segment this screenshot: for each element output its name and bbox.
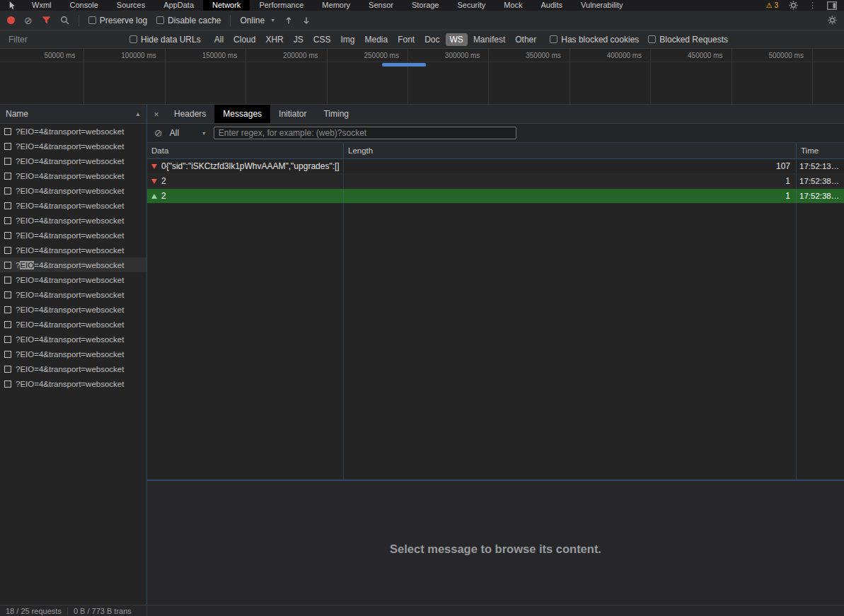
request-row[interactable]: ?EIO=4&transport=websocket bbox=[0, 228, 146, 243]
inspect-element-button[interactable] bbox=[0, 0, 23, 11]
detail-tab-messages[interactable]: Messages bbox=[214, 105, 270, 123]
detail-tab-timing[interactable]: Timing bbox=[315, 105, 357, 123]
filter-pill-font[interactable]: Font bbox=[393, 33, 419, 46]
message-time-cell: 17:52:38… bbox=[797, 174, 844, 188]
request-row[interactable]: ?EIO=4&transport=websocket bbox=[0, 257, 146, 272]
filter-pill-js[interactable]: JS bbox=[289, 33, 308, 46]
filter-pill-xhr[interactable]: XHR bbox=[261, 33, 287, 46]
filter-funnel-icon[interactable] bbox=[42, 16, 51, 24]
timeline-column: 300000 ms bbox=[408, 49, 489, 104]
filter-pill-css[interactable]: CSS bbox=[309, 33, 335, 46]
top-tab-sensor[interactable]: Sensor bbox=[359, 0, 403, 11]
dock-layout-icon[interactable] bbox=[827, 1, 837, 10]
throttling-dropdown[interactable]: Online ▼ bbox=[240, 16, 275, 25]
message-data-text: 2 bbox=[161, 191, 166, 201]
request-row[interactable]: ?EIO=4&transport=websocket bbox=[0, 183, 146, 198]
top-tab-sources[interactable]: Sources bbox=[108, 0, 154, 11]
timeline-ruler-line bbox=[0, 62, 844, 62]
top-tab-storage[interactable]: Storage bbox=[403, 0, 449, 11]
import-har-icon[interactable] bbox=[284, 16, 293, 25]
websocket-request-icon bbox=[4, 366, 11, 373]
inspect-cursor-icon bbox=[7, 1, 16, 10]
filter-pill-cloud[interactable]: Cloud bbox=[229, 33, 260, 46]
filler-cell bbox=[797, 204, 844, 480]
message-type-dropdown[interactable]: All ▼ bbox=[170, 128, 207, 138]
search-icon[interactable] bbox=[60, 16, 69, 25]
filter-pill-media[interactable]: Media bbox=[360, 33, 392, 46]
request-row[interactable]: ?EIO=4&transport=websocket bbox=[0, 361, 146, 376]
disable-cache-checkbox[interactable]: Disable cache bbox=[156, 16, 221, 25]
timeline-tick-label: 500000 ms bbox=[732, 49, 812, 59]
top-tab-console[interactable]: Console bbox=[61, 0, 108, 11]
clear-requests-icon[interactable]: ⊘ bbox=[24, 16, 33, 25]
warning-count-badge[interactable]: ⚠ 3 bbox=[765, 1, 778, 9]
request-row[interactable]: ?EIO=4&transport=websocket bbox=[0, 287, 146, 302]
top-tab-vulnerability[interactable]: Vulnerability bbox=[572, 0, 632, 11]
filter-pill-doc[interactable]: Doc bbox=[420, 33, 444, 46]
export-har-icon[interactable] bbox=[302, 16, 311, 25]
timeline-overview[interactable]: 50000 ms100000 ms150000 ms200000 ms25000… bbox=[0, 49, 844, 105]
messages-column-header-time[interactable]: Time bbox=[797, 143, 844, 158]
request-row[interactable]: ?EIO=4&transport=websocket bbox=[0, 272, 146, 287]
request-row[interactable]: ?EIO=4&transport=websocket bbox=[0, 317, 146, 332]
filter-pill-manifest[interactable]: Manifest bbox=[469, 33, 509, 46]
more-options-icon[interactable]: ⋮ bbox=[809, 1, 816, 10]
network-settings-gear-icon[interactable] bbox=[828, 16, 837, 25]
settings-gear-icon[interactable] bbox=[789, 1, 798, 10]
request-row[interactable]: ?EIO=4&transport=websocket bbox=[0, 139, 146, 153]
messages-column-header-length[interactable]: Length bbox=[344, 143, 797, 158]
preserve-log-checkbox[interactable]: Preserve log bbox=[88, 16, 147, 25]
message-time-cell: 17:52:13… bbox=[797, 159, 844, 173]
messages-toolbar: ⊘ All ▼ bbox=[147, 124, 844, 143]
timeline-tick-label: 100000 ms bbox=[84, 49, 164, 59]
detail-tab-headers[interactable]: Headers bbox=[166, 105, 214, 123]
close-detail-button[interactable]: × bbox=[147, 105, 166, 123]
request-row[interactable]: ?EIO=4&transport=websocket bbox=[0, 153, 146, 168]
record-button[interactable] bbox=[7, 16, 15, 24]
filter-pill-other[interactable]: Other bbox=[511, 33, 540, 46]
top-tab-mock[interactable]: Mock bbox=[495, 0, 531, 11]
message-regex-input[interactable] bbox=[214, 127, 516, 139]
top-tab-performance[interactable]: Performance bbox=[250, 0, 313, 11]
has-blocked-cookies-checkbox[interactable]: Has blocked cookies bbox=[550, 35, 639, 45]
detail-tab-initiator[interactable]: Initiator bbox=[270, 105, 315, 123]
filter-pill-ws[interactable]: WS bbox=[446, 33, 468, 46]
timeline-selection-bar[interactable] bbox=[382, 63, 426, 66]
top-tab-appdata[interactable]: AppData bbox=[154, 0, 203, 11]
filter-input[interactable] bbox=[8, 35, 120, 45]
request-list-name-header[interactable]: Name ▲ bbox=[0, 105, 146, 124]
request-row[interactable]: ?EIO=4&transport=websocket bbox=[0, 168, 146, 183]
top-tab-network[interactable]: Network bbox=[203, 0, 250, 11]
request-row[interactable]: ?EIO=4&transport=websocket bbox=[0, 243, 146, 257]
message-length-cell: 1 bbox=[344, 189, 797, 203]
request-row[interactable]: ?EIO=4&transport=websocket bbox=[0, 213, 146, 228]
request-row[interactable]: ?EIO=4&transport=websocket bbox=[0, 124, 146, 139]
top-tab-security[interactable]: Security bbox=[448, 0, 495, 11]
request-row[interactable]: ?EIO=4&transport=websocket bbox=[0, 302, 146, 317]
timeline-column: 250000 ms bbox=[328, 49, 408, 104]
request-row[interactable]: ?EIO=4&transport=websocket bbox=[0, 347, 146, 361]
message-row[interactable]: 2117:52:38… bbox=[147, 174, 844, 189]
warning-icon: ⚠ bbox=[765, 1, 772, 9]
request-name: ?EIO=4&transport=websocket bbox=[16, 365, 124, 373]
top-tab-audits[interactable]: Audits bbox=[532, 0, 572, 11]
request-row[interactable]: ?EIO=4&transport=websocket bbox=[0, 198, 146, 213]
timeline-tick-label: 450000 ms bbox=[651, 49, 731, 59]
message-row[interactable]: 2117:52:38… bbox=[147, 189, 844, 204]
filter-pill-all[interactable]: All bbox=[210, 33, 228, 46]
message-time-cell: 17:52:38… bbox=[797, 189, 844, 203]
message-row[interactable]: 0{"sid":"iSKCtzfd3lk1pWhvAAAM","upgrades… bbox=[147, 159, 844, 174]
resource-filter-pills: AllCloudXHRJSCSSImgMediaFontDocWSManifes… bbox=[210, 33, 541, 46]
hide-data-urls-checkbox[interactable]: Hide data URLs bbox=[129, 35, 201, 45]
filter-pill-img[interactable]: Img bbox=[336, 33, 359, 46]
blocked-requests-checkbox[interactable]: Blocked Requests bbox=[648, 35, 728, 45]
websocket-request-icon bbox=[4, 128, 11, 135]
clear-messages-icon[interactable]: ⊘ bbox=[154, 128, 163, 138]
message-data-text: 2 bbox=[161, 176, 166, 186]
request-row[interactable]: ?EIO=4&transport=websocket bbox=[0, 376, 146, 391]
websocket-request-icon bbox=[4, 173, 11, 180]
request-row[interactable]: ?EIO=4&transport=websocket bbox=[0, 332, 146, 347]
messages-column-header-data[interactable]: Data bbox=[147, 143, 344, 158]
top-tab-wxml[interactable]: Wxml bbox=[23, 0, 61, 11]
top-tab-memory[interactable]: Memory bbox=[313, 0, 359, 11]
